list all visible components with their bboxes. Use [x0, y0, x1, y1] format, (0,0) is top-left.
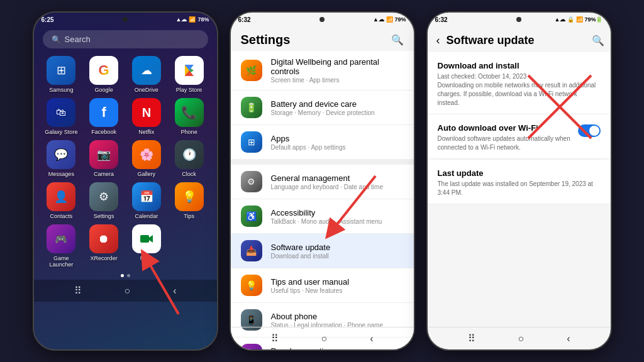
app-label-tips: Tips: [184, 213, 194, 219]
settings-text-battery: Battery and device care Storage · Memory…: [271, 99, 404, 116]
nav-home-3[interactable]: ○: [518, 333, 525, 344]
su-download-title: Download and install: [438, 61, 601, 70]
app-label-messages: Messages: [48, 171, 74, 177]
settings-item-tips[interactable]: 💡 Tips and user manual Useful tips · New…: [231, 268, 414, 303]
app-icon-gamelauncher: 🎮: [47, 224, 75, 253]
settings-item-digital[interactable]: 🌿 Digital Wellbeing and parental control…: [231, 51, 414, 90]
app-label-galaxystore: Galaxy Store: [45, 129, 77, 135]
settings-sub-general: Language and keyboard · Date and time: [271, 184, 404, 190]
app-label-facebook: Facebook: [91, 129, 116, 135]
app-icon-settings: ⚙: [89, 182, 118, 211]
search-text: Search: [65, 35, 91, 44]
nav-home-2[interactable]: ○: [321, 333, 328, 344]
app-gallery[interactable]: 🌸 Gallery: [128, 140, 165, 177]
app-clock[interactable]: 🕐 Clock: [170, 140, 208, 177]
phone-3: 6:32 ▲☁ 🔒 📶 79%🔋 ‹ Software update 🔍 Dow…: [426, 11, 612, 351]
app-icon-facebook: f: [89, 98, 118, 127]
time-1: 6:25: [42, 16, 54, 23]
app-google[interactable]: G Google: [85, 56, 123, 93]
su-lastupdate-text: The last update was installed on Septemb…: [438, 180, 601, 197]
app-calendar[interactable]: 📅 Calendar: [128, 182, 165, 219]
settings-item-accessibility[interactable]: ♿ Accessibility TalkBack · Mono audio · …: [231, 199, 414, 234]
camera-dot: [123, 17, 128, 22]
su-download-text: Last checked: October 14, 2023Downloadin…: [438, 72, 601, 107]
settings-sub-battery: Storage · Memory · Device protection: [271, 109, 404, 116]
app-playstore[interactable]: Play Store: [170, 56, 208, 93]
nav-back-3[interactable]: ‹: [567, 333, 570, 344]
app-galaxystore[interactable]: 🛍 Galaxy Store: [43, 98, 80, 135]
app-icon-google: G: [89, 56, 118, 85]
su-auto-toggle[interactable]: [578, 124, 601, 137]
settings-sub-su: Download and install: [271, 253, 404, 260]
phone-1-wrapper: 6:25 ▲☁ 📶 78% 🔍 Search ⊞ Samsung: [33, 11, 218, 351]
app-icon-messages: 💬: [47, 140, 75, 169]
dot-2: [127, 274, 130, 277]
su-back-button[interactable]: ‹: [434, 33, 443, 48]
app-settings[interactable]: ⚙ Settings: [85, 182, 123, 219]
settings-icon-accessibility: ♿: [241, 206, 262, 227]
home-search-bar[interactable]: 🔍 Search: [43, 30, 208, 48]
app-label-calendar: Calendar: [135, 213, 158, 219]
phones-container: 6:25 ▲☁ 📶 78% 🔍 Search ⊞ Samsung: [0, 5, 644, 357]
su-auto-download-row: Auto download over Wi-Fi Download softwa…: [428, 114, 611, 159]
settings-text-about: About phone Status · Legal information ·…: [271, 312, 404, 329]
app-gamelauncher[interactable]: 🎮 Game Launcher: [43, 224, 80, 268]
settings-title-digital: Digital Wellbeing and parental controls: [271, 57, 404, 76]
settings-search-icon[interactable]: 🔍: [391, 34, 404, 46]
su-auto-download-text: Auto download over Wi-Fi Download softwa…: [438, 123, 578, 152]
app-tips[interactable]: 💡 Tips: [170, 182, 208, 219]
settings-item-apps[interactable]: ⊞ Apps Default apps · App settings: [231, 125, 414, 160]
settings-item-battery[interactable]: 🔋 Battery and device care Storage · Memo…: [231, 90, 414, 125]
app-label-playstore: Play Store: [176, 87, 203, 93]
nav-recent[interactable]: ⠿: [74, 285, 82, 297]
app-icon-samsung: ⊞: [47, 56, 75, 85]
search-icon: 🔍: [52, 35, 61, 44]
app-camera[interactable]: 📷 Camera: [85, 140, 123, 177]
app-icon-camera: 📷: [89, 140, 118, 169]
app-label-contacts: Contacts: [50, 213, 73, 219]
settings-item-su[interactable]: 📥 Software update Download and install: [231, 234, 414, 268]
settings-icon-general: ⚙: [241, 171, 262, 192]
signal-2: ▲☁: [373, 16, 384, 23]
battery-3: 📶 79%🔋: [576, 16, 603, 23]
settings-item-general[interactable]: ⚙ General management Language and keyboa…: [231, 165, 414, 199]
app-contacts[interactable]: 👤 Contacts: [43, 182, 80, 219]
settings-icon-apps: ⊞: [241, 131, 262, 153]
dot-1: [121, 274, 124, 277]
app-icon-netflix: N: [132, 98, 161, 127]
app-xrecorder[interactable]: ⏺ XRecorder: [85, 224, 123, 268]
camera-dot-2: [319, 17, 325, 22]
app-label-google: Google: [95, 87, 113, 93]
signal-3: ▲☁ 🔒: [555, 16, 574, 23]
nav-back-2[interactable]: ‹: [370, 333, 373, 344]
settings-title-about: About phone: [271, 312, 404, 321]
settings-icon-tips: 💡: [241, 275, 262, 296]
app-facebook[interactable]: f Facebook: [85, 98, 123, 135]
app-meet[interactable]: Meet: [128, 224, 165, 268]
phone-2-wrapper: 6:32 ▲☁ 📶 79% Settings 🔍 🌿 Digital Wellb…: [230, 11, 415, 351]
settings-divider-1: [231, 160, 414, 165]
nav-recent-3[interactable]: ⠿: [468, 332, 475, 344]
app-samsung[interactable]: ⊞ Samsung: [43, 56, 80, 93]
settings-title-battery: Battery and device care: [271, 99, 404, 109]
su-section-lastupdate: Last update The last update was installe…: [428, 160, 611, 204]
app-label-netflix: Netflix: [138, 129, 154, 135]
settings-text-general: General management Language and keyboard…: [271, 173, 404, 190]
app-onedrive[interactable]: ☁ OneDrive: [128, 56, 165, 93]
nav-home[interactable]: ○: [125, 285, 131, 297]
su-search-icon[interactable]: 🔍: [592, 35, 604, 47]
su-section-download[interactable]: Download and install Last checked: Octob…: [428, 52, 611, 114]
su-header: ‹ Software update 🔍: [428, 26, 611, 52]
settings-icon-battery: 🔋: [241, 97, 262, 118]
app-label-phone: Phone: [181, 129, 197, 135]
nav-recent-2[interactable]: ⠿: [271, 332, 279, 344]
app-label-samsung: Samsung: [49, 87, 73, 93]
svg-rect-4: [140, 235, 149, 243]
nav-back[interactable]: ‹: [173, 285, 176, 297]
app-phone[interactable]: 📞 Phone: [170, 98, 208, 135]
app-netflix[interactable]: N Netflix: [128, 98, 165, 135]
settings-title-apps: Apps: [271, 134, 404, 143]
settings-text-digital: Digital Wellbeing and parental controls …: [271, 57, 404, 84]
app-messages[interactable]: 💬 Messages: [43, 140, 80, 177]
app-icon-gallery: 🌸: [132, 140, 161, 169]
